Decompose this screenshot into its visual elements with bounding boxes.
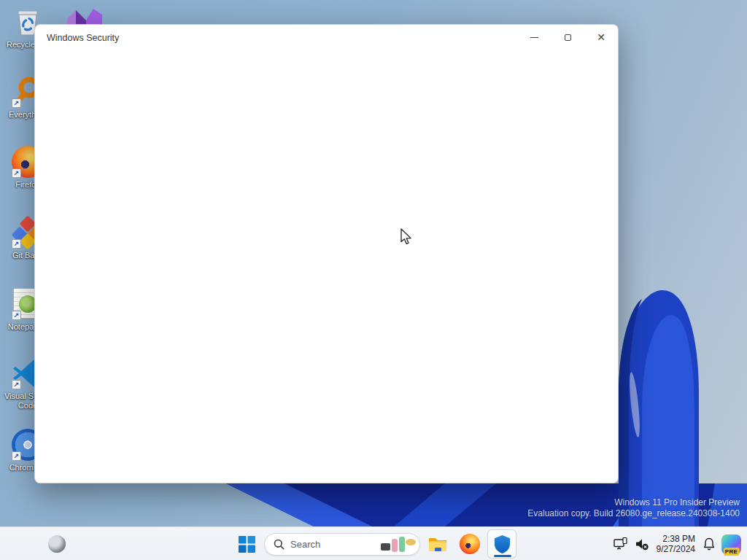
maximize-button[interactable] bbox=[551, 25, 584, 50]
shortcut-arrow-icon: ↗ bbox=[12, 168, 21, 178]
start-button[interactable] bbox=[232, 529, 261, 559]
taskbar-search-box[interactable]: Search bbox=[264, 533, 420, 556]
close-button[interactable]: ✕ bbox=[584, 25, 618, 50]
shortcut-arrow-icon: ↗ bbox=[12, 239, 21, 249]
search-icon bbox=[274, 539, 285, 550]
window-title: Windows Security bbox=[47, 25, 119, 51]
evaluation-watermark: Windows 11 Pro Insider Preview Evaluatio… bbox=[527, 497, 740, 519]
firefox-taskbar-button[interactable] bbox=[455, 529, 484, 559]
copilot-preview-icon[interactable]: PRE bbox=[721, 534, 741, 554]
shortcut-arrow-icon: ↗ bbox=[12, 380, 21, 389]
active-app-indicator bbox=[494, 555, 511, 558]
search-highlight-image[interactable] bbox=[379, 534, 417, 554]
tray-audio-muted-icon[interactable] bbox=[634, 536, 650, 552]
firefox-icon bbox=[460, 534, 480, 554]
windows-logo-icon bbox=[239, 536, 255, 553]
file-explorer-button[interactable] bbox=[423, 529, 452, 559]
clock-date: 9/27/2024 bbox=[657, 544, 695, 554]
windows-security-window: Windows Security ✕ bbox=[34, 24, 619, 483]
windows-security-shield-icon bbox=[493, 534, 511, 554]
shortcut-arrow-icon: ↗ bbox=[12, 311, 21, 320]
search-placeholder: Search bbox=[290, 539, 379, 550]
notification-bell-icon[interactable] bbox=[702, 537, 716, 551]
tray-display-icon[interactable] bbox=[613, 536, 629, 552]
shortcut-arrow-icon: ↗ bbox=[12, 451, 21, 461]
mouse-cursor bbox=[397, 228, 414, 245]
window-content-blank bbox=[35, 51, 618, 483]
watermark-line2: Evaluation copy. Build 26080.ge_release.… bbox=[527, 508, 740, 519]
windows-security-taskbar-button[interactable] bbox=[487, 529, 516, 559]
taskbar: Search bbox=[0, 526, 747, 560]
minimize-icon bbox=[530, 37, 538, 38]
shortcut-arrow-icon: ↗ bbox=[12, 98, 21, 108]
maximize-icon bbox=[565, 34, 571, 41]
widgets-weather-icon[interactable] bbox=[48, 535, 66, 553]
file-explorer-icon bbox=[427, 534, 448, 554]
close-icon: ✕ bbox=[597, 32, 605, 42]
minimize-button[interactable] bbox=[517, 25, 551, 50]
watermark-line1: Windows 11 Pro Insider Preview bbox=[527, 497, 740, 508]
taskbar-clock[interactable]: 2:38 PM 9/27/2024 bbox=[655, 534, 697, 554]
copilot-pre-badge: PRE bbox=[724, 548, 739, 556]
clock-time: 2:38 PM bbox=[657, 534, 695, 544]
window-titlebar[interactable]: Windows Security ✕ bbox=[35, 25, 618, 51]
